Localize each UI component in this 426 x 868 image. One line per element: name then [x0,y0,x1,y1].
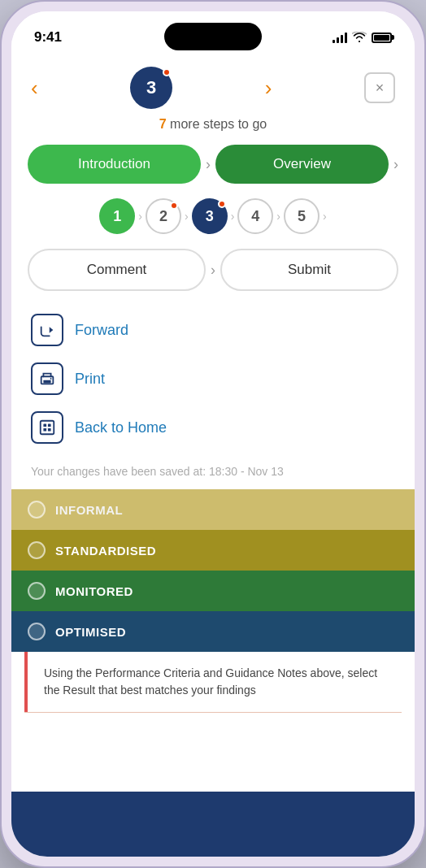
step-circle-2[interactable]: 2 [146,198,181,234]
print-icon [31,362,63,395]
steps-label: 7 more steps to go [11,117,415,132]
comment-submit-row: Comment › Submit [11,249,415,291]
steps-count: 7 [159,117,167,131]
status-items-list: INFORMAL STANDARDISED MONITORED OPTIMISE… [11,489,415,652]
forward-icon [31,314,63,346]
intro-overview-arrow: › [206,156,211,173]
svg-rect-7 [48,428,51,432]
home-icon [31,411,63,444]
svg-rect-3 [41,421,54,435]
home-action[interactable]: Back to Home [31,405,395,450]
step-circle-5[interactable]: 5 [284,198,320,234]
svg-rect-5 [48,423,51,427]
radio-informal [28,501,46,519]
status-icons [333,32,392,43]
signal-icon [333,32,347,43]
step-circle-4[interactable]: 4 [237,198,273,234]
wifi-icon [352,32,367,43]
separator-line [24,712,402,713]
close-button[interactable]: × [364,72,395,103]
step-badge-dot [163,68,171,76]
monitored-label: MONITORED [55,584,133,598]
standardised-label: STANDARDISED [55,544,156,558]
optimised-label: OPTIMISED [55,625,126,639]
radio-monitored [28,582,46,600]
step-badge: 3 [130,67,172,109]
next-arrow[interactable]: › [265,76,272,101]
comment-button[interactable]: Comment [28,249,206,291]
home-label: Back to Home [75,419,167,436]
circle-2-dot [170,202,178,210]
circle-3-dot [218,200,226,208]
status-time: 9:41 [34,29,62,46]
status-item-informal[interactable]: INFORMAL [11,489,415,530]
guidance-text: Using the Performance Criteria and Guida… [24,652,402,712]
svg-rect-6 [43,428,46,432]
status-item-standardised[interactable]: STANDARDISED [11,530,415,571]
status-item-optimised[interactable]: OPTIMISED [11,611,415,652]
nav-row: ‹ 3 › × [11,52,415,117]
popup-overlay: ‹ 3 › × 7 more steps to go Introduction … [11,52,415,489]
overview-button[interactable]: Overview [215,145,389,184]
battery-icon [372,33,392,43]
informal-label: INFORMAL [55,503,123,517]
svg-point-2 [50,378,52,380]
intro-overview-row: Introduction › Overview › [11,145,415,184]
phone-frame: 9:41 ‹ [0,0,426,868]
step-circle-1[interactable]: 1 [99,198,135,234]
forward-action[interactable]: Forward [31,307,395,353]
svg-rect-1 [43,380,50,384]
radio-standardised [28,541,46,559]
dynamic-island [164,23,262,50]
phone-screen: 9:41 ‹ [11,11,415,857]
save-status: Your changes have been saved at: 18:30 -… [11,460,415,489]
print-label: Print [75,371,105,388]
status-item-monitored[interactable]: MONITORED [11,571,415,611]
steps-text: more steps to go [167,117,267,131]
comment-arrow: › [211,262,215,279]
overview-end-arrow: › [393,156,398,173]
content-area: INFORMAL STANDARDISED MONITORED OPTIMISE… [11,489,415,792]
introduction-button[interactable]: Introduction [28,145,201,184]
print-action[interactable]: Print [31,356,395,401]
action-list: Forward Print [11,307,415,450]
prev-arrow[interactable]: ‹ [31,76,38,101]
svg-rect-4 [43,423,46,427]
bottom-bar [11,792,415,857]
submit-button[interactable]: Submit [220,249,398,291]
forward-label: Forward [75,322,128,339]
step-circle-3[interactable]: 3 [192,198,228,234]
step-circles-row: 1 › 2 › 3 › 4 › 5 [11,198,415,234]
radio-optimised [28,623,46,640]
